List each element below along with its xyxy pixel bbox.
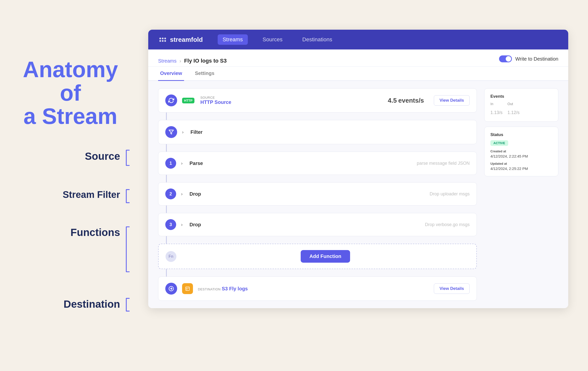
brand-name: streamfold bbox=[170, 36, 203, 44]
function-number-3: 3 bbox=[165, 219, 176, 230]
updated-at-value: 4/12/2024, 2:25:22 PM bbox=[490, 166, 552, 171]
annotation-list: Source Stream Filter Functions bbox=[10, 148, 131, 313]
updated-at-label: Updated at bbox=[490, 162, 552, 165]
stream-flow: HTTP Source HTTP Source 4.5 events/s Vie… bbox=[158, 88, 477, 301]
function-label-1: Parse bbox=[189, 161, 203, 166]
events-title: Events bbox=[490, 94, 552, 99]
function-card-3[interactable]: 3 › Drop Drop verbose.go msgs bbox=[158, 213, 477, 236]
svg-marker-0 bbox=[169, 130, 173, 134]
annotation-filter-label: Stream Filter bbox=[10, 187, 120, 200]
page-wrapper: Anatomy of a Stream Source Stream Filter bbox=[0, 0, 588, 371]
brand-logo-dot-2 bbox=[162, 38, 164, 39]
connector-3 bbox=[166, 175, 167, 182]
connector-2 bbox=[166, 144, 167, 152]
s3-icon bbox=[182, 283, 193, 294]
add-function-card: Fn Add Function bbox=[158, 244, 477, 269]
status-title: Status bbox=[490, 132, 552, 137]
breadcrumb: Streams › Fly IO logs to S3 bbox=[158, 58, 227, 64]
tab-settings[interactable]: Settings bbox=[193, 67, 216, 81]
function-number-2: 2 bbox=[165, 188, 176, 199]
function-hint-1: parse message field JSON bbox=[417, 161, 470, 166]
annotation-functions-label: Functions bbox=[10, 222, 120, 238]
annotation-destination: Destination bbox=[10, 296, 131, 313]
nav-item-streams[interactable]: Streams bbox=[218, 34, 248, 45]
add-function-button[interactable]: Add Function bbox=[301, 250, 350, 263]
events-in-value: 1.13/s bbox=[490, 107, 503, 116]
status-sidebar-card: Status ACTIVE Created at 4/12/2024, 2:22… bbox=[484, 127, 558, 176]
annotation-filter: Stream Filter bbox=[10, 187, 131, 205]
function-hint-3: Drop verbose.go msgs bbox=[425, 222, 470, 227]
destination-card[interactable]: Destination S3 Fly logs View Details bbox=[158, 277, 477, 301]
connector-5 bbox=[166, 236, 167, 244]
source-view-details-button[interactable]: View Details bbox=[434, 95, 470, 106]
destination-view-details-button[interactable]: View Details bbox=[434, 283, 470, 294]
brand-logo bbox=[158, 35, 167, 44]
breadcrumb-parent[interactable]: Streams bbox=[158, 58, 176, 64]
destination-type-label: Destination bbox=[198, 287, 221, 291]
created-at-value: 4/12/2024, 2:22:45 PM bbox=[490, 154, 552, 158]
filter-expand-icon[interactable]: › bbox=[182, 130, 184, 135]
annotation-source-label: Source bbox=[10, 148, 120, 162]
connector-1 bbox=[166, 113, 167, 120]
right-sidebar: Events In 1.13/s Out 1.12/s bbox=[484, 88, 558, 301]
events-out-col: Out 1.12/s bbox=[507, 102, 520, 116]
destination-name: S3 Fly logs bbox=[222, 286, 248, 291]
function-expand-icon-1[interactable]: › bbox=[181, 161, 183, 166]
function-hint-2: Drop uploader msgs bbox=[430, 191, 470, 197]
source-refresh-icon bbox=[165, 94, 177, 106]
add-function-placeholder-icon: Fn bbox=[166, 251, 176, 262]
annotation-filter-bracket bbox=[125, 187, 131, 205]
function-expand-icon-3[interactable]: › bbox=[181, 222, 183, 227]
annotation-destination-label: Destination bbox=[10, 296, 120, 310]
top-nav: streamfold Streams Sources Destinations bbox=[148, 30, 568, 49]
breadcrumb-current: Fly IO logs to S3 bbox=[184, 58, 227, 64]
source-card[interactable]: HTTP Source HTTP Source 4.5 events/s Vie… bbox=[158, 88, 477, 113]
events-out-value: 1.12/s bbox=[507, 107, 520, 116]
annotation-functions-bracket bbox=[125, 222, 131, 277]
svg-rect-3 bbox=[186, 287, 189, 291]
function-card-1[interactable]: 1 › Parse parse message field JSON bbox=[158, 152, 477, 175]
brand-logo-dot-4 bbox=[159, 40, 161, 42]
brand: streamfold bbox=[158, 35, 203, 44]
brand-logo-dot-3 bbox=[164, 38, 166, 39]
tab-overview[interactable]: Overview bbox=[158, 67, 184, 81]
destination-info: Destination S3 Fly logs bbox=[198, 286, 248, 292]
events-out-label: Out bbox=[507, 102, 520, 106]
breadcrumb-area: Streams › Fly IO logs to S3 Write to Des… bbox=[148, 49, 568, 67]
source-name: HTTP Source bbox=[200, 99, 231, 105]
source-type-label: Source bbox=[200, 96, 231, 99]
events-in-label: In bbox=[490, 102, 503, 106]
created-at-label: Created at bbox=[490, 149, 552, 153]
source-events-rate: 4.5 events/s bbox=[388, 97, 424, 104]
app-window: streamfold Streams Sources Destinations … bbox=[148, 30, 568, 308]
annotation-source: Source bbox=[10, 148, 131, 168]
events-row: In 1.13/s Out 1.12/s bbox=[490, 102, 552, 116]
annotation-source-bracket bbox=[125, 148, 131, 168]
annotation-functions: Functions bbox=[10, 222, 131, 277]
write-to-destination-toggle[interactable] bbox=[499, 55, 512, 62]
connector-6 bbox=[166, 269, 167, 277]
status-badge: ACTIVE bbox=[490, 140, 508, 146]
http-badge: HTTP bbox=[182, 98, 194, 103]
stream-body: HTTP Source HTTP Source 4.5 events/s Vie… bbox=[148, 81, 568, 308]
left-annotations: Anatomy of a Stream Source Stream Filter bbox=[0, 0, 131, 371]
destination-arrow-icon bbox=[165, 283, 177, 295]
filter-label: Filter bbox=[190, 129, 203, 135]
write-to-destination-label: Write to Destination bbox=[515, 56, 558, 62]
function-expand-icon-2[interactable]: › bbox=[181, 191, 183, 197]
tabs-row: Overview Settings bbox=[148, 67, 568, 81]
write-to-destination-toggle-area: Write to Destination bbox=[499, 55, 558, 62]
filter-card[interactable]: › Filter bbox=[158, 120, 477, 144]
brand-logo-dot-1 bbox=[159, 38, 161, 39]
annotation-destination-bracket bbox=[125, 296, 131, 313]
anatomy-title: Anatomy of a Stream bbox=[10, 58, 131, 128]
source-info: Source HTTP Source bbox=[200, 96, 231, 105]
filter-icon bbox=[165, 126, 177, 138]
nav-item-destinations[interactable]: Destinations bbox=[297, 34, 337, 45]
breadcrumb-separator: › bbox=[179, 58, 181, 64]
nav-item-sources[interactable]: Sources bbox=[258, 34, 288, 45]
function-label-3: Drop bbox=[189, 222, 201, 228]
events-in-col: In 1.13/s bbox=[490, 102, 503, 116]
function-card-2[interactable]: 2 › Drop Drop uploader msgs bbox=[158, 182, 477, 206]
function-label-2: Drop bbox=[189, 191, 201, 197]
